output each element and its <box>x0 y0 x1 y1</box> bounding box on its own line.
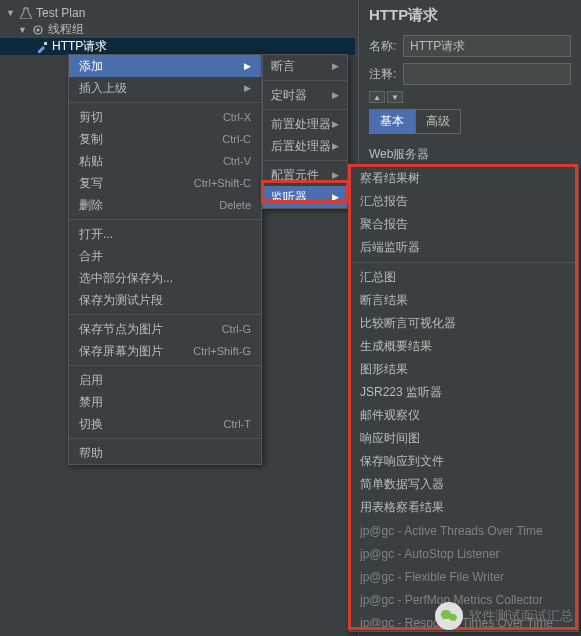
menu-save-as-test-fragment[interactable]: 保存为测试片段 <box>69 289 261 311</box>
menu-label: 启用 <box>79 372 103 389</box>
menu-label: 复制 <box>79 131 103 148</box>
tree-label: Test Plan <box>36 6 85 20</box>
menu-label: 用表格察看结果 <box>360 499 444 516</box>
menu-label: 插入上级 <box>79 80 127 97</box>
menu-add[interactable]: 添加 ▶ <box>69 55 261 77</box>
listener-item[interactable]: 简单数据写入器 <box>350 473 578 496</box>
svg-rect-2 <box>44 42 47 45</box>
menu-separator <box>263 160 347 161</box>
menu-label: 邮件观察仪 <box>360 407 420 424</box>
submenu-arrow-icon: ▶ <box>332 192 339 202</box>
context-menu: 添加 ▶ 插入上级 ▶ 剪切Ctrl-X 复制Ctrl-C 粘贴Ctrl-V 复… <box>68 54 262 465</box>
tree-node-http-request[interactable]: HTTP请求 <box>0 38 355 55</box>
listener-item[interactable]: 汇总报告 <box>350 190 578 213</box>
menu-label: jp@gc - Active Threads Over Time <box>360 524 543 538</box>
listener-item[interactable]: 断言结果 <box>350 289 578 312</box>
menu-disable[interactable]: 禁用 <box>69 391 261 413</box>
listener-item[interactable]: 察看结果树 <box>350 167 578 190</box>
name-input[interactable] <box>403 35 571 57</box>
menu-separator <box>69 219 261 220</box>
shortcut: Ctrl-X <box>223 111 251 123</box>
menu-delete[interactable]: 删除Delete <box>69 194 261 216</box>
listener-item[interactable]: 用表格察看结果 <box>350 496 578 519</box>
submenu-timer[interactable]: 定时器▶ <box>263 84 347 106</box>
comment-label: 注释: <box>369 66 403 83</box>
menu-save-node-as-image[interactable]: 保存节点为图片Ctrl-G <box>69 318 261 340</box>
listener-item[interactable]: 保存响应到文件 <box>350 450 578 473</box>
listener-item[interactable]: 响应时间图 <box>350 427 578 450</box>
name-label: 名称: <box>369 38 403 55</box>
menu-save-selection-as[interactable]: 选中部分保存为... <box>69 267 261 289</box>
menu-label: 后端监听器 <box>360 239 420 256</box>
comment-input[interactable] <box>403 63 571 85</box>
submenu-arrow-icon: ▶ <box>332 90 339 100</box>
menu-toggle[interactable]: 切换Ctrl-T <box>69 413 261 435</box>
listener-item[interactable]: jp@gc - Flexible File Writer <box>350 565 578 588</box>
listener-item[interactable]: 邮件观察仪 <box>350 404 578 427</box>
svg-point-1 <box>37 28 40 31</box>
listener-item[interactable]: 图形结果 <box>350 358 578 381</box>
tree-node-test-plan[interactable]: ▼ Test Plan <box>0 4 355 21</box>
shortcut: Ctrl-V <box>223 155 251 167</box>
shortcut: Ctrl+Shift-C <box>194 177 251 189</box>
menu-label: 比较断言可视化器 <box>360 315 456 332</box>
menu-save-screen-as-image[interactable]: 保存屏幕为图片Ctrl+Shift-G <box>69 340 261 362</box>
shortcut: Ctrl-T <box>224 418 252 430</box>
submenu-assertions[interactable]: 断言▶ <box>263 55 347 77</box>
listener-item[interactable]: 汇总图 <box>350 266 578 289</box>
menu-label: 剪切 <box>79 109 103 126</box>
tab-advanced[interactable]: 高级 <box>415 109 461 134</box>
listener-item[interactable]: 比较断言可视化器 <box>350 312 578 335</box>
menu-open[interactable]: 打开... <box>69 223 261 245</box>
menu-label: 合并 <box>79 248 103 265</box>
menu-label: 察看结果树 <box>360 170 420 187</box>
menu-label: 响应时间图 <box>360 430 420 447</box>
menu-copy[interactable]: 复制Ctrl-C <box>69 128 261 150</box>
collapse-expand-controls: ▲ ▼ <box>369 91 571 103</box>
menu-separator <box>263 80 347 81</box>
menu-label: 粘贴 <box>79 153 103 170</box>
menu-label: 聚合报告 <box>360 216 408 233</box>
tree-label: HTTP请求 <box>52 38 107 55</box>
menu-insert-parent[interactable]: 插入上级 ▶ <box>69 77 261 99</box>
menu-separator <box>69 314 261 315</box>
listener-item[interactable]: jp@gc - Active Threads Over Time <box>350 519 578 542</box>
expand-down-icon[interactable]: ▼ <box>387 91 403 103</box>
submenu-pre-processor[interactable]: 前置处理器▶ <box>263 113 347 135</box>
tree-node-thread-group[interactable]: ▼ 线程组 <box>0 21 355 38</box>
sampler-icon <box>35 40 49 54</box>
menu-cut[interactable]: 剪切Ctrl-X <box>69 106 261 128</box>
menu-enable[interactable]: 启用 <box>69 369 261 391</box>
listener-item[interactable]: 生成概要结果 <box>350 335 578 358</box>
menu-help[interactable]: 帮助 <box>69 442 261 464</box>
submenu-listener[interactable]: 监听器▶ <box>263 186 347 208</box>
submenu-arrow-icon: ▶ <box>332 119 339 129</box>
menu-label: 复写 <box>79 175 103 192</box>
menu-merge[interactable]: 合并 <box>69 245 261 267</box>
menu-label: 简单数据写入器 <box>360 476 444 493</box>
listener-item[interactable]: JSR223 监听器 <box>350 381 578 404</box>
panel-title: HTTP请求 <box>369 6 571 25</box>
menu-label: jp@gc - Flexible File Writer <box>360 570 504 584</box>
menu-label: 保存为测试片段 <box>79 292 163 309</box>
submenu-post-processor[interactable]: 后置处理器▶ <box>263 135 347 157</box>
submenu-config-element[interactable]: 配置元件▶ <box>263 164 347 186</box>
collapse-up-icon[interactable]: ▲ <box>369 91 385 103</box>
tab-basic[interactable]: 基本 <box>369 109 415 134</box>
watermark: 软件测试面试汇总 <box>435 602 573 630</box>
twisty-icon[interactable]: ▼ <box>6 8 16 18</box>
listener-item[interactable]: 聚合报告 <box>350 213 578 236</box>
menu-paste[interactable]: 粘贴Ctrl-V <box>69 150 261 172</box>
menu-label: 打开... <box>79 226 113 243</box>
listener-item[interactable]: 后端监听器 <box>350 236 578 259</box>
submenu-arrow-icon: ▶ <box>332 170 339 180</box>
listener-item[interactable]: jp@gc - AutoStop Listener <box>350 542 578 565</box>
menu-label: 断言结果 <box>360 292 408 309</box>
web-server-header: Web服务器 <box>369 142 571 168</box>
twisty-icon[interactable]: ▼ <box>18 25 28 35</box>
menu-label: 选中部分保存为... <box>79 270 173 287</box>
menu-duplicate[interactable]: 复写Ctrl+Shift-C <box>69 172 261 194</box>
menu-separator <box>69 438 261 439</box>
tree-label: 线程组 <box>48 21 84 38</box>
menu-label: 断言 <box>271 58 295 75</box>
